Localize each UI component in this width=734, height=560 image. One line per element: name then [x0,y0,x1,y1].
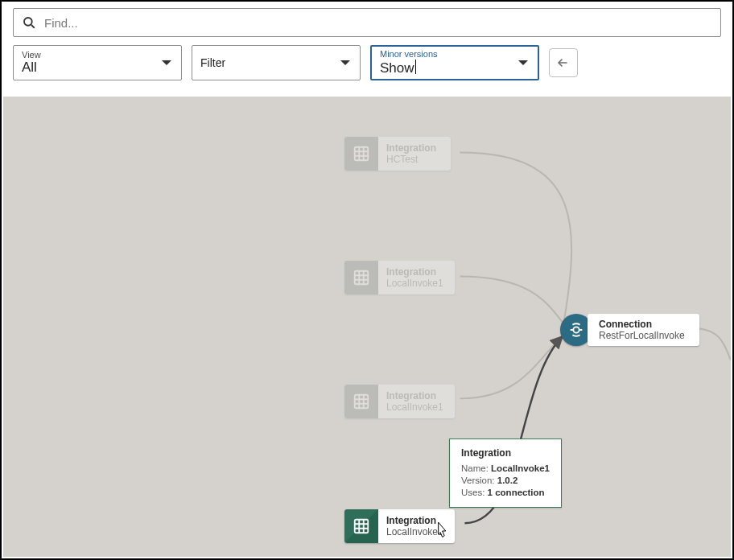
tooltip-title: Integration [461,447,550,459]
integration-node-localinvoke-b[interactable]: Integration LocalInvoke1 [344,385,455,418]
chevron-down-icon [162,60,171,65]
chevron-down-icon [518,60,528,65]
integration-icon [344,509,378,543]
minor-versions-label: Minor versions [380,50,509,59]
minor-versions-value: Show [380,60,509,76]
arrow-left-icon [556,56,571,70]
back-button[interactable] [549,48,578,77]
integration-tooltip: Integration Name: LocalInvoke1 Version: … [449,439,562,508]
search-bar[interactable] [13,8,721,37]
view-dropdown[interactable]: View All [13,45,182,80]
node-name: RestForLocalInvoke [599,330,685,341]
view-label: View [22,51,152,60]
filters-row: View All Filter Minor versions Show [13,45,721,80]
node-name: LocalInvoke1 [386,401,443,413]
toolbar: View All Filter Minor versions Show [2,2,732,92]
integration-icon [344,261,378,294]
tooltip-version-val: 1.0.2 [497,476,518,485]
filter-dropdown[interactable]: Filter [192,45,361,80]
node-type: Integration [386,142,439,154]
svg-rect-6 [355,520,369,533]
integration-node-localinvoke-a[interactable]: Integration LocalInvoke1 [344,261,455,294]
integration-icon [344,137,378,171]
tooltip-uses-key: Uses: [461,488,485,497]
tooltip-name-val: LocalInvoke1 [491,463,550,473]
node-name: LocalInvoke1 [386,526,443,537]
tooltip-uses-val: 1 connection [488,488,545,497]
svg-rect-4 [355,271,369,285]
tooltip-version-key: Version: [461,476,495,485]
svg-line-1 [31,25,35,28]
svg-point-0 [24,18,32,26]
integration-node-hctest[interactable]: Integration HCTest [344,137,451,171]
node-type: Connection [599,319,685,330]
node-name: LocalInvoke1 [386,278,443,289]
chevron-down-icon [340,60,350,65]
svg-rect-5 [355,395,369,409]
dependency-canvas[interactable]: Integration HCTest Integration LocalInvo… [3,97,731,557]
minor-versions-dropdown[interactable]: Minor versions Show [370,45,539,80]
filter-value: Filter [200,57,331,69]
search-input[interactable] [44,16,712,30]
node-type: Integration [386,515,443,526]
node-name: HCTest [386,154,439,165]
tooltip-name-key: Name: [461,463,489,473]
view-value: All [22,60,152,76]
svg-point-7 [573,327,579,332]
integration-node-localinvoke-c[interactable]: Integration LocalInvoke1 [344,509,455,543]
search-icon [22,15,36,30]
connection-node[interactable]: Connection RestForLocalInvoke [560,314,699,346]
integration-icon [344,385,378,418]
svg-rect-3 [355,147,369,161]
node-type: Integration [386,266,443,278]
node-type: Integration [386,390,443,401]
